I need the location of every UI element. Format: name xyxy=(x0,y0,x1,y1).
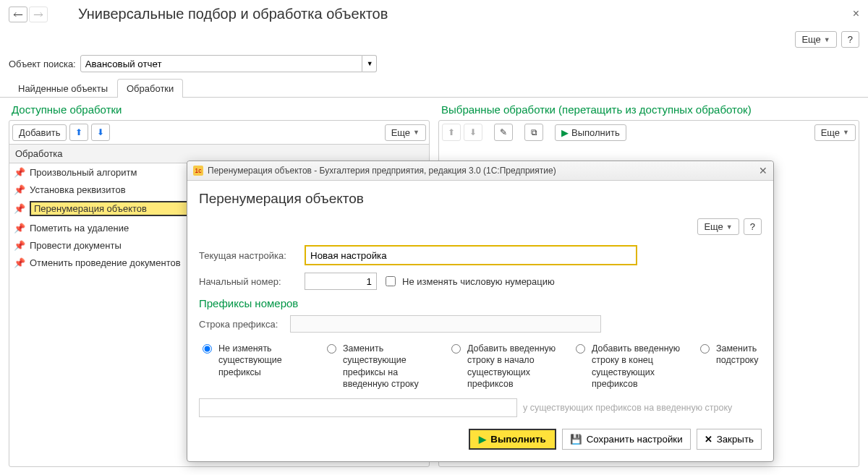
tabs: Найденные объекты Обработки xyxy=(0,78,868,98)
topbar: 🡐 🡒 Универсальные подбор и обработка объ… xyxy=(0,0,868,28)
prefix-radio-option[interactable]: Не изменять существующие префиксы xyxy=(199,343,307,390)
start-number-input[interactable] xyxy=(305,273,377,290)
dialog-more-button[interactable]: Еще▼ xyxy=(697,218,739,235)
current-setting-input[interactable] xyxy=(305,245,637,265)
more-button[interactable]: Еще▼ xyxy=(795,31,836,48)
radio-input[interactable] xyxy=(451,344,461,354)
radio-label: Заменить подстроку xyxy=(716,343,762,367)
pin-icon: 📌 xyxy=(14,184,25,195)
move-down-button-r[interactable]: ⬇ xyxy=(464,124,482,141)
dialog-footer: ▶Выполнить 💾Сохранить настройки ✕Закрыть xyxy=(199,429,762,450)
pin-icon: 📌 xyxy=(14,203,25,215)
play-icon: ▶ xyxy=(561,127,569,138)
prefix-string-row: Строка префикса: xyxy=(199,315,762,333)
nav-forward-button[interactable]: 🡒 xyxy=(29,7,48,22)
start-number-label: Начальный номер: xyxy=(199,276,299,287)
save-icon: 💾 xyxy=(570,434,582,445)
move-down-button[interactable]: ⬇ xyxy=(91,124,110,141)
right-more-button[interactable]: Еще▼ xyxy=(814,124,856,141)
radio-label: Заменить существующие префиксы на введен… xyxy=(343,343,432,390)
nochange-label: Не изменять числовую нумерацию xyxy=(402,276,555,287)
page-title: Универсальные подбор и обработка объекто… xyxy=(78,6,388,22)
move-up-button-r[interactable]: ⬆ xyxy=(442,124,461,141)
right-column-header: Выбранные обработки (перетащить из досту… xyxy=(438,103,859,120)
run-button[interactable]: ▶Выполнить xyxy=(555,124,626,141)
radio-label: Добавить введенную строку в конец сущест… xyxy=(592,343,681,390)
right-toolbar: ⬆ ⬇ ✎ ⧉ ▶Выполнить Еще▼ xyxy=(439,121,859,144)
dialog-top-actions: Еще▼ ? xyxy=(199,218,762,235)
copy-icon: ⧉ xyxy=(531,127,537,137)
arrow-up-icon: ⬆ xyxy=(448,127,455,137)
add-button[interactable]: Добавить xyxy=(12,124,67,141)
nochange-checkbox-wrap: Не изменять числовую нумерацию xyxy=(383,274,555,288)
search-row: Объект поиска: ▼ xyxy=(0,55,868,78)
play-icon: ▶ xyxy=(479,434,486,445)
arrow-down-icon: ⬇ xyxy=(469,127,477,137)
replace-hint: у существующих префиксов на введенную ст… xyxy=(523,403,732,413)
left-more-button[interactable]: Еще▼ xyxy=(385,124,426,141)
search-label: Объект поиска: xyxy=(9,59,76,69)
pin-icon: 📌 xyxy=(14,222,25,234)
nochange-checkbox[interactable] xyxy=(386,276,396,286)
dialog-close-icon[interactable]: ✕ xyxy=(759,165,767,176)
radio-label: Не изменять существующие префиксы xyxy=(218,343,307,378)
prefix-section-header: Префиксы номеров xyxy=(199,297,762,309)
close-icon: ✕ xyxy=(705,434,712,445)
left-column-header: Доступные обработки xyxy=(9,103,430,120)
header-actions: Еще▼ ? xyxy=(0,28,868,55)
prefix-string-input[interactable] xyxy=(290,315,601,333)
dialog-title: Перенумерация объектов - Бухгалтерия пре… xyxy=(208,166,556,176)
prefix-string-label: Строка префикса: xyxy=(199,319,284,330)
pin-icon: 📌 xyxy=(14,239,25,251)
dialog-titlebar[interactable]: 1c Перенумерация объектов - Бухгалтерия … xyxy=(187,161,773,181)
current-setting-row: Текущая настройка: xyxy=(199,245,762,265)
prefix-radio-option[interactable]: Заменить подстроку xyxy=(697,343,762,390)
prefix-radios: Не изменять существующие префиксыЗаменит… xyxy=(199,343,762,390)
tab-found-objects[interactable]: Найденные объекты xyxy=(9,79,117,98)
copy-button[interactable]: ⧉ xyxy=(524,124,543,141)
current-setting-label: Текущая настройка: xyxy=(199,250,299,261)
edit-icon: ✎ xyxy=(500,127,507,137)
close-icon[interactable]: × xyxy=(853,7,859,20)
dialog-body: Перенумерация объектов Еще▼ ? Текущая на… xyxy=(187,181,773,461)
radio-input[interactable] xyxy=(203,344,212,354)
left-toolbar: Добавить ⬆ ⬇ Еще▼ xyxy=(9,121,429,144)
app-logo-icon: 1c xyxy=(193,166,203,176)
renumber-dialog: 1c Перенумерация объектов - Бухгалтерия … xyxy=(187,161,774,462)
move-up-button[interactable]: ⬆ xyxy=(69,124,88,141)
tab-processing[interactable]: Обработки xyxy=(117,79,183,98)
arrow-up-icon: ⬆ xyxy=(75,127,82,137)
dialog-help-button[interactable]: ? xyxy=(744,218,762,235)
dialog-close-button[interactable]: ✕Закрыть xyxy=(697,429,762,450)
start-number-row: Начальный номер: Не изменять числовую ну… xyxy=(199,273,762,290)
search-dropdown-button[interactable]: ▼ xyxy=(362,55,377,72)
pin-icon: 📌 xyxy=(14,257,25,268)
prefix-radio-option[interactable]: Добавить введенную строку в конец сущест… xyxy=(572,343,681,390)
radio-label: Добавить введенную строку в начало сущес… xyxy=(467,343,556,390)
app-window: 🡐 🡒 Универсальные подбор и обработка объ… xyxy=(0,0,868,475)
radio-input[interactable] xyxy=(327,344,336,354)
search-combo: ▼ xyxy=(80,55,377,72)
edit-button[interactable]: ✎ xyxy=(494,124,513,141)
arrow-down-icon: ⬇ xyxy=(97,127,104,137)
radio-input[interactable] xyxy=(576,344,585,354)
pin-icon: 📌 xyxy=(14,166,25,178)
replace-row: у существующих префиксов на введенную ст… xyxy=(199,398,762,417)
dialog-run-button[interactable]: ▶Выполнить xyxy=(469,429,556,450)
help-button[interactable]: ? xyxy=(841,31,859,48)
dialog-heading: Перенумерация объектов xyxy=(199,191,762,207)
radio-input[interactable] xyxy=(700,344,710,354)
replace-input[interactable] xyxy=(199,398,517,417)
search-input[interactable] xyxy=(80,55,362,72)
nav-back-button[interactable]: 🡐 xyxy=(9,7,27,22)
dialog-save-button[interactable]: 💾Сохранить настройки xyxy=(562,429,691,450)
prefix-radio-option[interactable]: Добавить введенную строку в начало сущес… xyxy=(448,343,556,390)
prefix-radio-option[interactable]: Заменить существующие префиксы на введен… xyxy=(323,343,432,390)
